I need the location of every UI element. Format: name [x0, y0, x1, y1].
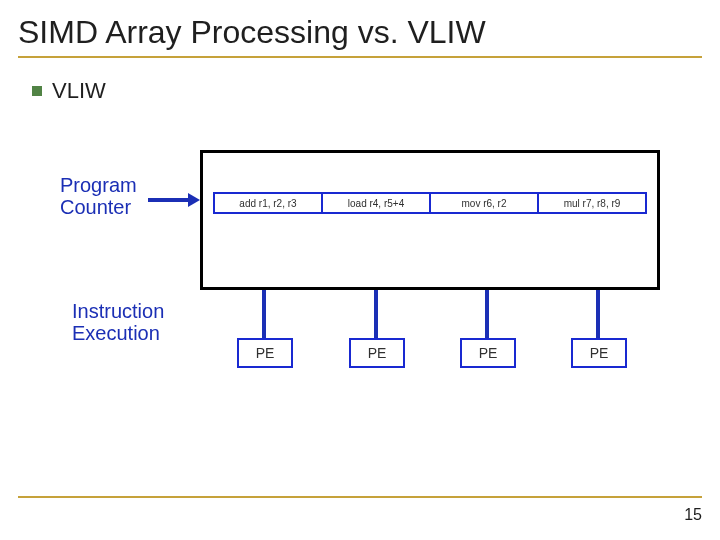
page-number: 15 [684, 506, 702, 524]
footer-underline [18, 496, 702, 498]
instruction-execution-label: InstructionExecution [72, 300, 164, 344]
bullet-square-icon [32, 86, 42, 96]
instruction-memory-box [200, 150, 660, 290]
pe-box: PE [460, 338, 516, 368]
connector-line [596, 290, 600, 338]
instruction-cell: add r1, r2, r3 [215, 194, 323, 212]
connector-line [262, 290, 266, 338]
pe-box: PE [571, 338, 627, 368]
pe-box: PE [349, 338, 405, 368]
pe-box: PE [237, 338, 293, 368]
text-line: InstructionExecution [72, 300, 164, 344]
program-counter-label: ProgramCounter [60, 174, 137, 218]
instruction-cell: load r4, r5+4 [323, 194, 431, 212]
instruction-word-row: add r1, r2, r3 load r4, r5+4 mov r6, r2 … [213, 192, 647, 214]
instruction-cell: mov r6, r2 [431, 194, 539, 212]
connector-line [374, 290, 378, 338]
arrow-line [148, 198, 188, 202]
text-line: ProgramCounter [60, 174, 137, 218]
page-title: SIMD Array Processing vs. VLIW [18, 14, 486, 51]
bullet-text: VLIW [52, 78, 106, 104]
title-underline [18, 56, 702, 58]
arrow-head-icon [188, 193, 200, 207]
slide: SIMD Array Processing vs. VLIW VLIW Prog… [0, 0, 720, 540]
connector-line [485, 290, 489, 338]
instruction-cell: mul r7, r8, r9 [539, 194, 645, 212]
